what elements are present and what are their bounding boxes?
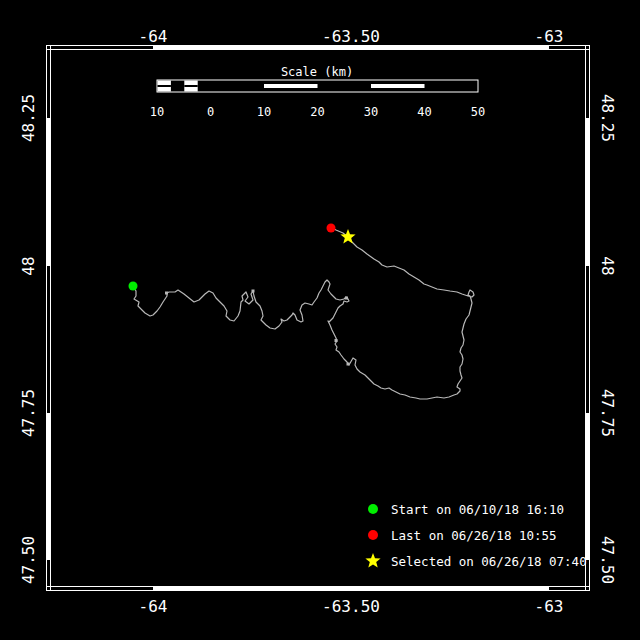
border-segment <box>549 49 590 50</box>
axis-tick-label: 47.50 <box>19 536 38 584</box>
axis-tick-label: 48 <box>19 256 38 275</box>
scale-label: 0 <box>207 105 214 119</box>
border-segment <box>50 266 51 413</box>
map-canvas: -64 -63.50 -63 -64 -63.50 -63 48.25 48 4… <box>0 0 640 640</box>
scale-bar-block-line <box>184 85 197 87</box>
border-segment <box>46 586 153 587</box>
selected-marker-star <box>340 229 355 244</box>
legend-selected-label: Selected on 06/26/18 07:40 <box>391 554 587 569</box>
axis-tick-label: -64 <box>139 27 168 46</box>
right-axis-labels: 48.25 48 47.75 47.50 <box>598 94 617 584</box>
axis-tick-label: -63 <box>535 27 564 46</box>
legend-last-label: Last on 06/26/18 10:55 <box>391 528 557 543</box>
axis-tick-label: 48 <box>598 256 617 275</box>
scale-label: 10 <box>150 105 164 119</box>
map-markers <box>129 224 356 291</box>
axis-tick-label: -63.50 <box>322 597 380 616</box>
start-marker <box>129 282 138 291</box>
bottom-axis-labels: -64 -63.50 -63 <box>139 597 564 616</box>
border-segment <box>50 45 51 118</box>
axis-tick-label: -63.50 <box>322 27 380 46</box>
legend-start-label: Start on 06/10/18 16:10 <box>391 502 564 517</box>
axis-tick-label: -64 <box>139 597 168 616</box>
legend-selected-star-icon <box>365 553 380 568</box>
axis-tick-label: -63 <box>535 597 564 616</box>
top-axis-labels: -64 -63.50 -63 <box>139 27 564 46</box>
scale-label: 50 <box>471 105 485 119</box>
axis-tick-label: 48.25 <box>19 94 38 142</box>
border-segment <box>153 586 549 591</box>
scale-label: 40 <box>417 105 431 119</box>
scale-bar-stripe <box>264 84 318 88</box>
legend: Start on 06/10/18 16:10 Last on 06/26/18… <box>365 502 586 569</box>
border-segment <box>50 560 51 591</box>
track-map-plot: -64 -63.50 -63 -64 -63.50 -63 48.25 48 4… <box>0 0 640 640</box>
legend-start-icon <box>368 504 378 514</box>
border-segment <box>585 45 586 118</box>
scale-bar-block-line <box>158 85 171 87</box>
scale-label: 30 <box>364 105 378 119</box>
legend-last-icon <box>368 530 378 540</box>
axis-tick-label: 47.50 <box>598 536 617 584</box>
border-segment <box>585 413 590 560</box>
scale-bar-stripe <box>371 84 425 88</box>
axis-tick-label: 47.75 <box>19 389 38 437</box>
axis-tick-label: 48.25 <box>598 94 617 142</box>
border-segment <box>46 49 153 50</box>
border-segment <box>585 118 590 266</box>
border-segment <box>46 413 51 560</box>
scale-label: 10 <box>257 105 271 119</box>
track-polyline <box>133 228 474 399</box>
border-segment <box>549 586 590 587</box>
track <box>133 228 474 399</box>
border-segment <box>585 266 586 413</box>
scale-bar: Scale (km) 10 0 10 20 30 40 50 <box>150 65 485 119</box>
scale-label: 20 <box>310 105 324 119</box>
axis-tick-label: 47.75 <box>598 389 617 437</box>
border-segment <box>46 118 51 266</box>
last-marker <box>327 224 336 233</box>
left-axis-labels: 48.25 48 47.75 47.50 <box>19 94 38 584</box>
scale-bar-title: Scale (km) <box>281 65 353 79</box>
